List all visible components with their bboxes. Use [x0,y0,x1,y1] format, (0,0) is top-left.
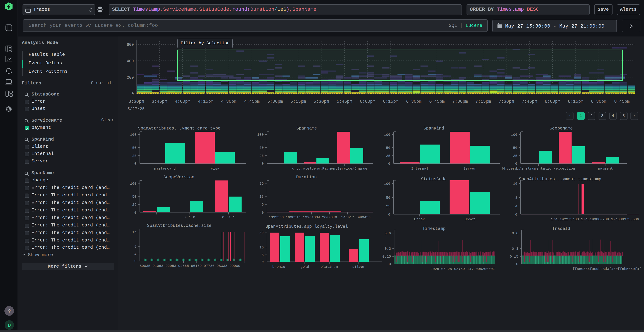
svg-text:0.3: 0.3 [512,247,518,251]
svg-text:Unset: Unset [464,217,475,222]
svg-text:3:45pm: 3:45pm [152,99,167,104]
svg-text:0: 0 [388,162,390,166]
svg-text:4: 4 [515,204,517,208]
svg-text:98338: 98338 [217,264,227,268]
svg-text:8:15pm: 8:15pm [568,99,583,104]
svg-text:25: 25 [386,154,390,158]
svg-text:543017: 543017 [341,215,354,220]
svg-text:0: 0 [262,260,264,264]
svg-text:50: 50 [132,194,136,199]
svg-text:0.51.1: 0.51.1 [222,215,235,220]
svg-text:5:00pm: 5:00pm [267,99,283,104]
svg-text:0.6: 0.6 [384,231,391,236]
svg-text:7:15pm: 7:15pm [476,99,491,104]
svg-text:50: 50 [260,146,264,150]
svg-text:4:15pm: 4:15pm [198,99,214,104]
svg-text:0.1.0: 0.1.0 [184,215,195,220]
svg-text:8: 8 [515,196,517,200]
svg-text:4:30pm: 4:30pm [221,99,236,104]
svg-text:ff860334facdb23d3f430ff5b5050f: ff860334facdb23d3f430ff5b5050f4f [572,267,641,271]
svg-text:6:15pm: 6:15pm [383,99,398,104]
svg-text:1698314: 1698314 [286,215,301,220]
svg-text:19961834: 19961834 [303,215,320,220]
svg-text:3:30pm: 3:30pm [128,99,144,104]
svg-text:0: 0 [262,210,264,215]
svg-text:StatusCode: StatusCode [421,177,447,182]
svg-text:0: 0 [389,262,391,266]
svg-text:1748192273433 1748199880789 17: 1748192273433 1748199880789 174839373853… [551,217,639,222]
svg-text:16: 16 [132,230,136,234]
svg-text:7:00pm: 7:00pm [452,99,468,104]
svg-text:99900: 99900 [230,264,240,268]
svg-text:?: ? [8,308,11,314]
svg-text:0: 0 [262,162,264,166]
svg-text:Server: Server [463,166,476,171]
svg-text:0: 0 [132,92,134,96]
svg-text:0: 0 [515,212,517,216]
svg-text:8:00pm: 8:00pm [545,99,560,104]
svg-text:100: 100 [384,182,390,186]
svg-text:silver: silver [352,265,365,269]
svg-text:visa: visa [211,166,219,171]
svg-text:7:45pm: 7:45pm [522,99,537,104]
svg-text:25: 25 [513,154,517,158]
svg-text:25: 25 [132,203,136,207]
svg-text:8: 8 [134,244,136,249]
svg-text:Internal: Internal [411,166,428,171]
svg-text:0: 0 [134,210,136,215]
svg-text:96139: 96139 [191,264,202,268]
svg-text:Duration: Duration [296,175,317,180]
svg-text:100: 100 [511,133,517,137]
svg-text:600: 600 [127,42,134,47]
svg-text:18: 18 [260,194,264,199]
svg-text:grpc.oteldemo.PaymentService/C: grpc.oteldemo.PaymentService/Charge [292,166,367,171]
svg-text:bronze: bronze [272,265,285,269]
svg-text:4:00pm: 4:00pm [175,99,190,104]
svg-text:SpanAttributes.app.loyalty.lev: SpanAttributes.app.loyalty.level [266,224,348,229]
svg-text:mastercard: mastercard [154,166,176,171]
svg-text:94365: 94365 [178,264,189,268]
svg-text:5:15pm: 5:15pm [290,99,306,104]
svg-text:92953: 92953 [166,264,176,268]
svg-text:25: 25 [132,154,136,158]
svg-text:1333363: 1333363 [269,215,284,220]
svg-text:50: 50 [513,146,517,150]
svg-text:0: 0 [134,162,136,166]
svg-text:6:30pm: 6:30pm [406,99,422,104]
svg-text:D: D [8,323,11,328]
svg-text:6:45pm: 6:45pm [429,99,444,104]
svg-text:SpanName: SpanName [296,126,317,131]
svg-text:999435: 999435 [358,215,370,220]
svg-text:25: 25 [260,154,264,158]
svg-text:SpanAttributes...yment.timesta: SpanAttributes...yment.timestamp [519,177,601,182]
svg-text:5:45pm: 5:45pm [337,99,352,104]
svg-text:@hyperdx/instrumentation-excep: @hyperdx/instrumentation-exception [502,166,575,171]
svg-text:8:30pm: 8:30pm [591,99,606,104]
svg-text:Error: Error [414,217,425,222]
svg-text:2025-05-28T03:59:14.900820000Z: 2025-05-28T03:59:14.900820000Z [430,267,495,271]
svg-text:100: 100 [257,133,264,137]
svg-text:9: 9 [262,203,264,207]
svg-text:16: 16 [260,246,264,250]
svg-text:ScopeName: ScopeName [550,126,573,131]
svg-text:0.6: 0.6 [512,231,518,236]
svg-text:16: 16 [513,182,517,186]
svg-text:100: 100 [130,133,136,137]
svg-text:SpanAttributes...yment.card_ty: SpanAttributes...yment.card_type [138,126,220,131]
svg-text:SpanKind: SpanKind [424,126,444,131]
svg-text:91063: 91063 [152,264,163,268]
svg-text:97730: 97730 [204,264,214,268]
svg-text:100: 100 [130,182,136,186]
svg-text:5/27/25: 5/27/25 [127,107,145,112]
svg-text:TraceId: TraceId [552,226,570,231]
svg-text:7:30pm: 7:30pm [498,99,514,104]
svg-text:5:30pm: 5:30pm [314,99,329,104]
svg-text:25: 25 [386,204,390,208]
svg-text:100: 100 [384,133,390,137]
svg-text:400: 400 [127,59,134,64]
svg-text:0.3: 0.3 [384,247,391,251]
svg-text:8: 8 [262,253,264,257]
svg-text:payment: payment [598,166,613,171]
svg-text:4: 4 [134,252,136,256]
svg-text:Timestamp: Timestamp [422,226,446,231]
